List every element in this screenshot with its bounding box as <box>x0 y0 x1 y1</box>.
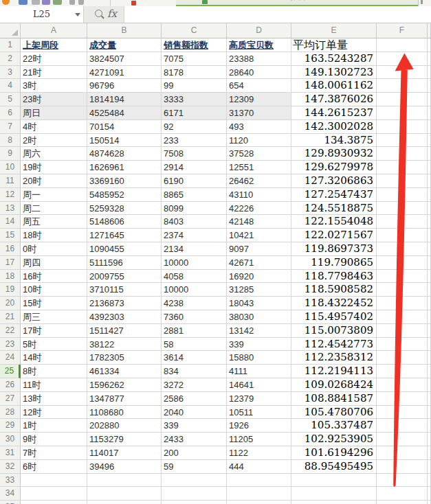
cell-C21[interactable]: 7360 <box>162 310 227 324</box>
undo-icon[interactable] <box>69 0 75 5</box>
cell-F5[interactable] <box>377 93 428 106</box>
magnifier-icon[interactable] <box>95 10 102 17</box>
cell-A22[interactable]: 17时 <box>21 324 87 338</box>
cell-D4[interactable]: 654 <box>227 79 291 93</box>
cell-C14[interactable]: 8403 <box>162 215 227 229</box>
cell-D15[interactable]: 10421 <box>227 229 291 242</box>
cell-C22[interactable]: 2881 <box>162 324 227 338</box>
cell-B32[interactable]: 39496 <box>87 460 162 474</box>
cell-C10[interactable]: 2914 <box>162 161 227 174</box>
select-all-corner[interactable] <box>0 23 21 38</box>
cell-B7[interactable]: 70154 <box>87 120 162 134</box>
cell-F18[interactable] <box>377 270 428 284</box>
cell-E11[interactable]: 127.3206863 <box>291 174 377 188</box>
cell-F21[interactable] <box>377 310 428 324</box>
tab-my-wps[interactable]: 我的WPS <box>122 0 175 6</box>
cell-A34[interactable] <box>21 487 87 501</box>
cell-G9[interactable] <box>428 147 431 161</box>
row-header-17[interactable]: 17 <box>0 256 21 270</box>
column-header-g-partial[interactable] <box>428 23 431 38</box>
row-header-29[interactable]: 29 <box>0 419 21 433</box>
cell-C19[interactable]: 10000 <box>162 283 227 297</box>
cell-F9[interactable] <box>377 147 428 161</box>
row-header-22[interactable]: 22 <box>0 324 21 338</box>
cell-A33[interactable] <box>21 474 87 488</box>
cell-A19[interactable]: 10时 <box>21 283 87 297</box>
cell-E31[interactable]: 101.6194296 <box>291 446 377 460</box>
column-header-d[interactable]: D <box>227 23 291 38</box>
cell-D11[interactable]: 26462 <box>227 174 291 188</box>
row-header-26[interactable]: 26 <box>0 378 21 392</box>
cell-B35[interactable] <box>87 501 162 504</box>
cell-F22[interactable] <box>377 324 428 338</box>
cell-A16[interactable]: 0时 <box>21 242 87 256</box>
cell-C29[interactable]: 339 <box>162 419 227 433</box>
cell-B27[interactable]: 1347877 <box>87 392 162 406</box>
row-header-2[interactable]: 2 <box>0 52 21 66</box>
cell-F28[interactable] <box>377 406 428 420</box>
cell-B10[interactable]: 1626961 <box>87 161 162 174</box>
wps-logo-icon[interactable] <box>2 0 10 5</box>
cell-G22[interactable] <box>428 324 431 338</box>
cell-F16[interactable] <box>377 242 428 256</box>
cell-C34[interactable] <box>162 487 227 501</box>
cell-F12[interactable] <box>377 188 428 202</box>
cell-E30[interactable]: 102.9253905 <box>291 433 377 446</box>
save-icon[interactable] <box>19 0 27 5</box>
cell-E22[interactable]: 115.0073809 <box>291 324 377 338</box>
cell-B5[interactable]: 1814194 <box>87 93 162 106</box>
cell-F15[interactable] <box>377 229 428 242</box>
cell-C2[interactable]: 7075 <box>162 52 227 66</box>
cell-D22[interactable]: 13142 <box>227 324 291 338</box>
cell-A21[interactable]: 周三 <box>21 310 87 324</box>
cell-E13[interactable]: 124.5518875 <box>291 202 377 216</box>
cell-B3[interactable]: 4271091 <box>87 66 162 80</box>
cell-D34[interactable] <box>227 487 291 501</box>
row-header-6[interactable]: 6 <box>0 106 21 120</box>
cell-G19[interactable] <box>428 283 431 297</box>
cell-E8[interactable]: 134.3875 <box>291 134 377 148</box>
cell-C4[interactable]: 99 <box>162 79 227 93</box>
row-header-33[interactable]: 33 <box>0 474 21 488</box>
cell-F2[interactable] <box>377 52 428 66</box>
cell-G34[interactable] <box>428 487 431 501</box>
cell-D13[interactable]: 42226 <box>227 202 291 216</box>
cell-G18[interactable] <box>428 270 431 284</box>
cell-G30[interactable] <box>428 433 431 446</box>
row-header-31[interactable]: 31 <box>0 446 21 460</box>
cell-F7[interactable] <box>377 120 428 134</box>
cell-C23[interactable]: 58 <box>162 338 227 352</box>
cell-D16[interactable]: 9097 <box>227 242 291 256</box>
column-header-b[interactable]: B <box>87 23 162 38</box>
redo-icon[interactable] <box>78 0 84 5</box>
row-header-18[interactable]: 18 <box>0 270 21 284</box>
cell-B29[interactable]: 202880 <box>87 419 162 433</box>
cell-D35[interactable] <box>227 501 291 504</box>
cell-B6[interactable]: 4525484 <box>87 106 162 120</box>
cell-C20[interactable]: 4238 <box>162 297 227 310</box>
row-header-30[interactable]: 30 <box>0 433 21 446</box>
cell-C18[interactable]: 4058 <box>162 270 227 284</box>
cell-F32[interactable] <box>377 460 428 474</box>
tab-workbook-active[interactable]: 新建 Microsoft Excel 工作表.xlsx <box>176 0 419 6</box>
cell-F25[interactable] <box>377 365 428 378</box>
cell-F31[interactable] <box>377 446 428 460</box>
cell-A6[interactable]: 周日 <box>21 106 87 120</box>
cell-G13[interactable] <box>428 202 431 216</box>
cell-C24[interactable]: 3614 <box>162 351 227 365</box>
cell-B33[interactable] <box>87 474 162 488</box>
cell-C9[interactable]: 7508 <box>162 147 227 161</box>
cell-E33[interactable] <box>291 474 377 488</box>
cell-E5[interactable]: 147.3876026 <box>291 93 377 106</box>
cell-C7[interactable]: 92 <box>162 120 227 134</box>
cell-D8[interactable]: 1120 <box>227 134 291 148</box>
cell-E1[interactable]: 平均订单量 <box>291 38 377 52</box>
cell-A15[interactable]: 18时 <box>21 229 87 242</box>
cell-A17[interactable]: 周四 <box>21 256 87 270</box>
row-header-12[interactable]: 12 <box>0 188 21 202</box>
cell-C5[interactable]: 3333 <box>162 93 227 106</box>
column-header-f[interactable]: F <box>377 23 428 38</box>
cell-B9[interactable]: 4874628 <box>87 147 162 161</box>
cell-G28[interactable] <box>428 406 431 420</box>
insert-function-button[interactable]: fx <box>107 8 117 20</box>
